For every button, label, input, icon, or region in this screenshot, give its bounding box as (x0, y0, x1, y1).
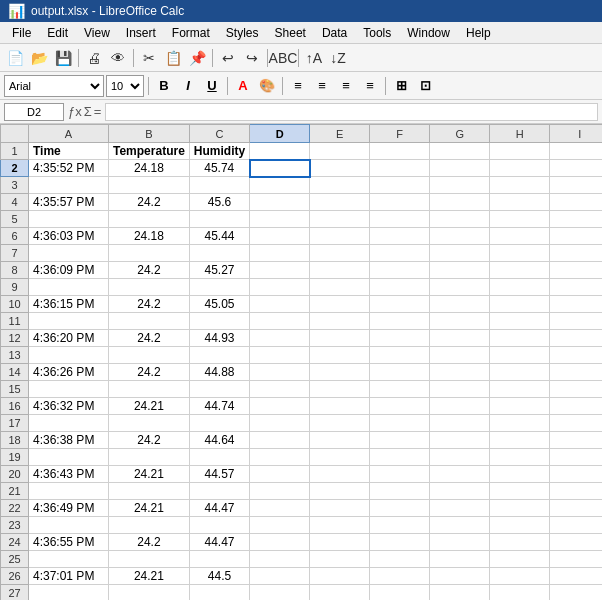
cell-I22[interactable] (550, 500, 602, 517)
undo-btn[interactable]: ↩ (217, 47, 239, 69)
cell-G21[interactable] (430, 483, 490, 500)
cell-C17[interactable] (189, 415, 249, 432)
cell-D22[interactable] (250, 500, 310, 517)
open-btn[interactable]: 📂 (28, 47, 50, 69)
cell-D21[interactable] (250, 483, 310, 500)
cell-D24[interactable] (250, 534, 310, 551)
cell-I25[interactable] (550, 551, 602, 568)
cell-A26[interactable]: 4:37:01 PM (29, 568, 109, 585)
cell-C25[interactable] (189, 551, 249, 568)
bold-btn[interactable]: B (153, 75, 175, 97)
cell-I27[interactable] (550, 585, 602, 601)
cell-C11[interactable] (189, 313, 249, 330)
cell-E20[interactable] (310, 466, 370, 483)
cell-I7[interactable] (550, 245, 602, 262)
cell-H8[interactable] (490, 262, 550, 279)
cell-F20[interactable] (370, 466, 430, 483)
cell-E3[interactable] (310, 177, 370, 194)
cell-C9[interactable] (189, 279, 249, 296)
cell-A3[interactable] (29, 177, 109, 194)
cell-G12[interactable] (430, 330, 490, 347)
cell-E13[interactable] (310, 347, 370, 364)
cell-F21[interactable] (370, 483, 430, 500)
col-header-b[interactable]: B (109, 125, 190, 143)
cell-F3[interactable] (370, 177, 430, 194)
cell-I21[interactable] (550, 483, 602, 500)
font-size-select[interactable]: 10 (106, 75, 144, 97)
cell-G9[interactable] (430, 279, 490, 296)
cell-G19[interactable] (430, 449, 490, 466)
cell-H25[interactable] (490, 551, 550, 568)
cell-H2[interactable] (490, 160, 550, 177)
cell-D3[interactable] (250, 177, 310, 194)
cell-D8[interactable] (250, 262, 310, 279)
col-header-h[interactable]: H (490, 125, 550, 143)
cell-I16[interactable] (550, 398, 602, 415)
cell-E8[interactable] (310, 262, 370, 279)
cell-D4[interactable] (250, 194, 310, 211)
cell-D1[interactable] (250, 143, 310, 160)
cell-C23[interactable] (189, 517, 249, 534)
cell-F8[interactable] (370, 262, 430, 279)
menu-item-styles[interactable]: Styles (218, 24, 267, 42)
cell-B8[interactable]: 24.2 (109, 262, 190, 279)
cell-H13[interactable] (490, 347, 550, 364)
row-header-19[interactable]: 19 (1, 449, 29, 466)
cell-B6[interactable]: 24.18 (109, 228, 190, 245)
cell-D23[interactable] (250, 517, 310, 534)
cell-E19[interactable] (310, 449, 370, 466)
cell-G1[interactable] (430, 143, 490, 160)
cell-F23[interactable] (370, 517, 430, 534)
cell-A12[interactable]: 4:36:20 PM (29, 330, 109, 347)
cell-H11[interactable] (490, 313, 550, 330)
cell-D19[interactable] (250, 449, 310, 466)
cell-A22[interactable]: 4:36:49 PM (29, 500, 109, 517)
cell-G11[interactable] (430, 313, 490, 330)
cell-C18[interactable]: 44.64 (189, 432, 249, 449)
cell-A2[interactable]: 4:35:52 PM (29, 160, 109, 177)
row-header-26[interactable]: 26 (1, 568, 29, 585)
menu-item-insert[interactable]: Insert (118, 24, 164, 42)
cell-B3[interactable] (109, 177, 190, 194)
formula-input[interactable] (105, 103, 598, 121)
menu-item-edit[interactable]: Edit (39, 24, 76, 42)
copy-btn[interactable]: 📋 (162, 47, 184, 69)
cell-E4[interactable] (310, 194, 370, 211)
cell-A10[interactable]: 4:36:15 PM (29, 296, 109, 313)
cell-G13[interactable] (430, 347, 490, 364)
cell-E25[interactable] (310, 551, 370, 568)
col-header-d[interactable]: D (250, 125, 310, 143)
cell-I24[interactable] (550, 534, 602, 551)
cell-I23[interactable] (550, 517, 602, 534)
cell-E5[interactable] (310, 211, 370, 228)
cell-E24[interactable] (310, 534, 370, 551)
cell-C15[interactable] (189, 381, 249, 398)
row-header-18[interactable]: 18 (1, 432, 29, 449)
cell-A24[interactable]: 4:36:55 PM (29, 534, 109, 551)
cell-I26[interactable] (550, 568, 602, 585)
col-header-e[interactable]: E (310, 125, 370, 143)
cell-D2[interactable] (250, 160, 310, 177)
cell-B22[interactable]: 24.21 (109, 500, 190, 517)
cell-F11[interactable] (370, 313, 430, 330)
cell-D14[interactable] (250, 364, 310, 381)
cell-G16[interactable] (430, 398, 490, 415)
row-header-11[interactable]: 11 (1, 313, 29, 330)
cell-E23[interactable] (310, 517, 370, 534)
spellcheck-btn[interactable]: ABC (272, 47, 294, 69)
cell-D16[interactable] (250, 398, 310, 415)
row-header-17[interactable]: 17 (1, 415, 29, 432)
cell-D25[interactable] (250, 551, 310, 568)
row-header-16[interactable]: 16 (1, 398, 29, 415)
cell-A21[interactable] (29, 483, 109, 500)
row-header-4[interactable]: 4 (1, 194, 29, 211)
cell-G18[interactable] (430, 432, 490, 449)
cell-G27[interactable] (430, 585, 490, 601)
cell-H23[interactable] (490, 517, 550, 534)
cell-I9[interactable] (550, 279, 602, 296)
font-color-btn[interactable]: A (232, 75, 254, 97)
cell-F12[interactable] (370, 330, 430, 347)
cell-F6[interactable] (370, 228, 430, 245)
cell-C14[interactable]: 44.88 (189, 364, 249, 381)
cell-F7[interactable] (370, 245, 430, 262)
